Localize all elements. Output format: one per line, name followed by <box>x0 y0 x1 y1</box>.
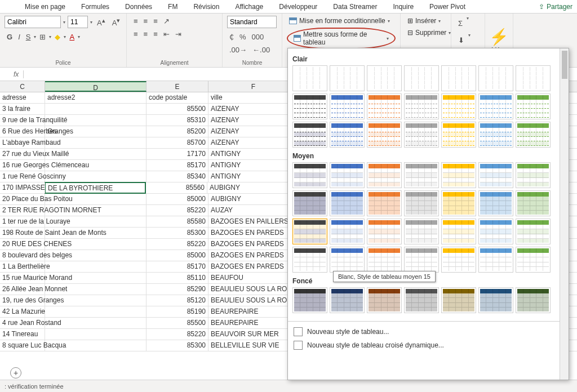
insert-button[interactable]: ⊞ Insérer ▾ <box>405 16 446 26</box>
chevron-down-icon[interactable]: ▾ <box>63 20 65 25</box>
gallery-scrollbar[interactable] <box>560 48 569 380</box>
table-style-thumb[interactable] <box>292 247 327 273</box>
table-style-thumb[interactable] <box>441 162 476 188</box>
thousands-button[interactable]: 000 <box>250 32 267 42</box>
col-header-c[interactable]: C <box>0 81 45 92</box>
indent-increase-button[interactable]: ⇥ <box>173 29 184 39</box>
tab-view[interactable]: Affichage <box>233 1 265 12</box>
fx-icon[interactable]: fx <box>14 70 24 78</box>
table-style-thumb[interactable] <box>367 287 402 313</box>
fill-color-button[interactable]: ◆ <box>52 32 63 42</box>
table-style-thumb[interactable] <box>478 93 513 119</box>
new-pivot-style-button[interactable]: Nouveau style de tableau croisé dynamiqu… <box>292 338 564 352</box>
add-sheet-button[interactable]: + <box>10 367 21 378</box>
table-style-thumb[interactable] <box>330 122 365 148</box>
fill-button[interactable]: ⬇ <box>456 33 467 48</box>
table-style-thumb[interactable] <box>292 93 327 119</box>
table-style-thumb[interactable] <box>441 287 476 313</box>
conditional-format-button[interactable]: Mise en forme conditionnelle ▾ <box>287 16 396 26</box>
tab-layout[interactable]: Mise en page <box>23 1 68 12</box>
tab-developer[interactable]: Développeur <box>277 1 319 12</box>
font-color-button[interactable]: A <box>67 32 77 42</box>
table-style-thumb[interactable] <box>478 65 513 91</box>
decrease-font-button[interactable]: A▾ <box>110 16 123 28</box>
table-style-thumb[interactable] <box>367 219 402 244</box>
italic-button[interactable]: I <box>16 32 23 42</box>
table-style-thumb[interactable] <box>367 247 402 273</box>
table-style-thumb[interactable] <box>516 287 551 313</box>
tab-inquire[interactable]: Inquire <box>390 1 416 12</box>
increase-font-button[interactable]: A▴ <box>95 16 108 28</box>
align-middle-button[interactable]: ≡ <box>141 16 150 26</box>
table-style-thumb[interactable] <box>478 162 513 188</box>
table-style-thumb[interactable] <box>292 190 327 216</box>
table-style-thumb[interactable] <box>516 65 551 91</box>
align-left-button[interactable]: ≡ <box>131 29 140 39</box>
table-style-thumb[interactable] <box>292 65 327 91</box>
tab-data[interactable]: Données <box>123 1 154 12</box>
autosum-button[interactable]: Σ <box>456 16 465 31</box>
table-style-thumb[interactable] <box>330 190 365 216</box>
font-size-select[interactable] <box>68 16 88 28</box>
table-style-thumb[interactable] <box>478 122 513 148</box>
table-style-thumb[interactable] <box>367 93 402 119</box>
table-style-thumb[interactable] <box>330 162 365 188</box>
table-style-thumb[interactable] <box>330 93 365 119</box>
align-center-button[interactable]: ≡ <box>141 29 150 39</box>
table-style-thumb[interactable] <box>404 122 439 148</box>
table-style-thumb[interactable] <box>516 162 551 188</box>
align-bottom-button[interactable]: ≡ <box>151 16 160 26</box>
format-as-table-button[interactable]: Mettre sous forme de tableau ▾ <box>287 28 396 49</box>
orientation-button[interactable]: ↗ <box>161 16 172 26</box>
new-table-style-button[interactable]: Nouveau style de tableau... <box>292 325 564 338</box>
currency-button[interactable]: ₵ <box>227 32 236 42</box>
font-name-select[interactable] <box>5 16 61 28</box>
table-style-thumb[interactable] <box>404 190 439 216</box>
table-style-thumb[interactable] <box>516 247 551 273</box>
table-style-thumb[interactable] <box>330 287 365 313</box>
table-style-thumb[interactable] <box>404 287 439 313</box>
table-style-thumb[interactable] <box>441 65 476 91</box>
table-style-thumb[interactable] <box>478 219 513 244</box>
table-style-thumb[interactable] <box>292 219 327 244</box>
border-button[interactable]: ⊞ <box>37 32 48 42</box>
table-style-thumb[interactable] <box>441 247 476 273</box>
col-header-e[interactable]: E <box>147 81 208 92</box>
table-style-thumb[interactable] <box>404 219 439 244</box>
table-style-thumb[interactable] <box>367 65 402 91</box>
table-style-thumb[interactable] <box>404 65 439 91</box>
table-style-thumb[interactable] <box>441 219 476 244</box>
table-style-thumb[interactable] <box>516 219 551 244</box>
table-style-thumb[interactable] <box>478 287 513 313</box>
chevron-down-icon[interactable]: ▾ <box>90 20 92 25</box>
number-format-select[interactable] <box>227 16 277 28</box>
table-style-thumb[interactable] <box>292 287 327 313</box>
table-style-thumb[interactable] <box>516 122 551 148</box>
tab-review[interactable]: Révision <box>191 1 221 12</box>
tab-powerpivot[interactable]: Power Pivot <box>427 1 468 12</box>
table-style-thumb[interactable] <box>330 247 365 273</box>
table-style-thumb[interactable] <box>292 162 327 188</box>
table-style-thumb[interactable] <box>367 122 402 148</box>
percent-button[interactable]: % <box>237 32 248 42</box>
share-button[interactable]: ⇪ Partager <box>539 3 572 11</box>
table-style-thumb[interactable] <box>367 162 402 188</box>
table-style-thumb[interactable] <box>441 190 476 216</box>
table-style-thumb[interactable] <box>404 247 439 273</box>
table-style-thumb[interactable] <box>441 93 476 119</box>
col-header-d[interactable]: D <box>45 81 147 92</box>
table-style-thumb[interactable] <box>478 190 513 216</box>
table-style-thumb[interactable] <box>292 122 327 148</box>
tab-streamer[interactable]: Data Streamer <box>331 1 379 12</box>
table-style-thumb[interactable] <box>478 247 513 273</box>
indent-decrease-button[interactable]: ⇤ <box>161 29 172 39</box>
table-style-thumb[interactable] <box>367 190 402 216</box>
tab-formulas[interactable]: Formules <box>79 1 112 12</box>
delete-button[interactable]: ⊟ Supprimer ▾ <box>405 28 446 38</box>
underline-button[interactable]: S <box>24 32 33 42</box>
table-style-thumb[interactable] <box>330 219 365 244</box>
table-style-thumb[interactable] <box>516 190 551 216</box>
table-style-thumb[interactable] <box>516 93 551 119</box>
col-header-f[interactable]: F <box>208 81 299 92</box>
tab-fm[interactable]: FM <box>166 1 180 12</box>
